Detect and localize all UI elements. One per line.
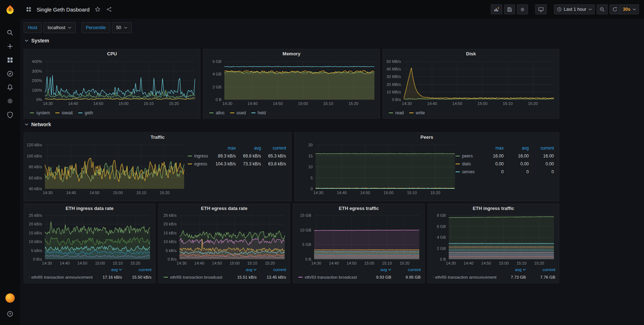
traffic-chart-canvas[interactable]: 120 kB/s100 kB/s80 kB/s60 kB/s40 kB/s14:… (25, 143, 187, 196)
legend-sort-avg[interactable]: avg (93, 267, 122, 272)
panel-title[interactable]: ETH egress data rate (159, 204, 290, 213)
refresh-interval-dropdown[interactable]: 30s (620, 4, 639, 14)
legend-value: 89.3 kB/s (211, 154, 236, 159)
svg-text:15 GB: 15 GB (300, 213, 311, 218)
panel-title[interactable]: ETH ingress traffic (428, 204, 559, 213)
legend-sort-current[interactable]: current (526, 267, 555, 272)
svg-text:10 GB: 10 GB (300, 228, 311, 232)
zoom-out-button[interactable] (597, 4, 608, 14)
legend-item[interactable]: eth/63 transaction broadcast (298, 275, 362, 279)
svg-text:14:40: 14:40 (329, 261, 339, 265)
svg-text:15:00: 15:00 (95, 261, 105, 265)
eth-egress-rate-chart-canvas[interactable]: 25 kB/s20 kB/s15 kB/s10 kB/s5 kB/s0 B/s1… (159, 213, 288, 266)
legend-sort-avg[interactable]: avg (227, 267, 257, 272)
add-panel-button[interactable] (491, 4, 502, 14)
configuration-gear-icon[interactable] (3, 95, 17, 107)
legend-sort-max[interactable]: max (211, 146, 236, 151)
legend-item[interactable]: alloc (209, 110, 225, 115)
panel-cpu: CPU 400%300%200%100%0%14:3014:4014:5015:… (24, 49, 200, 119)
svg-text:40 MB/s: 40 MB/s (387, 67, 401, 71)
panel-title[interactable]: Memory (204, 49, 379, 59)
legend-value: 104.3 kB/s (211, 161, 236, 166)
panel-title[interactable]: Disk (383, 49, 559, 59)
legend-item[interactable]: peers (456, 154, 479, 159)
svg-text:6 GB: 6 GB (437, 224, 446, 229)
legend-value: 69.8 kB/s (236, 154, 261, 159)
svg-text:25 kB/s: 25 kB/s (29, 213, 42, 218)
legend-sort-avg[interactable]: avg (504, 146, 529, 151)
save-dashboard-button[interactable] (504, 4, 515, 14)
legend-value: 0.00 (529, 161, 554, 166)
legend-item[interactable]: system (30, 110, 50, 115)
legend-item[interactable]: read (389, 110, 404, 115)
variable-host-label[interactable]: Host (24, 22, 42, 33)
svg-text:0 B/s: 0 B/s (33, 257, 42, 261)
legend-item[interactable]: egress (188, 161, 211, 166)
panel-title[interactable]: Traffic (24, 133, 291, 142)
legend-item[interactable]: iowait (55, 110, 73, 115)
legend-sort-avg[interactable]: avg (496, 267, 526, 272)
legend-item[interactable]: used (230, 110, 246, 115)
explore-icon[interactable] (3, 68, 17, 80)
alerting-icon[interactable] (3, 81, 17, 93)
svg-text:14:50: 14:50 (273, 101, 283, 106)
variable-percentile-dropdown[interactable]: 50 (112, 22, 132, 33)
disk-chart-canvas[interactable]: 50 MB/s40 MB/s30 MB/s20 MB/s10 MB/s0 B/s… (384, 59, 557, 107)
svg-text:10: 10 (308, 165, 313, 169)
create-icon[interactable] (3, 40, 17, 52)
star-icon[interactable] (94, 6, 101, 13)
legend-item[interactable]: write (409, 110, 425, 115)
legend-item[interactable]: eth/65 transaction announcement (433, 275, 496, 279)
cycle-view-mode-button[interactable] (535, 4, 547, 14)
legend-sort-avg[interactable]: avg (362, 267, 391, 272)
panel-title[interactable]: ETH egress traffic (293, 204, 424, 213)
time-range-picker[interactable]: Last 1 hour (554, 4, 595, 14)
panel-title[interactable]: CPU (24, 49, 200, 59)
legend-sort-current[interactable]: current (391, 267, 421, 272)
svg-text:300%: 300% (32, 69, 42, 73)
eth-ingress-rate-chart-canvas[interactable]: 25 kB/s20 kB/s15 kB/s10 kB/s5 kB/s0 B/s1… (25, 213, 153, 266)
search-icon[interactable] (3, 27, 17, 39)
svg-text:15:20: 15:20 (400, 261, 410, 265)
svg-text:2 GB: 2 GB (437, 246, 446, 251)
help-icon[interactable]: ? (3, 308, 17, 320)
dashboard-settings-button[interactable] (517, 4, 528, 14)
eth-egress-traffic-chart-canvas[interactable]: 15 GB10 GB5 GB0 B14:3014:4014:5015:0015:… (294, 213, 422, 266)
cpu-chart-canvas[interactable]: 400%300%200%100%0%14:3014:4014:5015:0015… (25, 59, 198, 107)
legend-item[interactable]: serves (456, 169, 479, 174)
legend-sort-current[interactable]: current (529, 146, 554, 151)
legend-item[interactable]: geth (78, 110, 93, 115)
grafana-logo[interactable] (4, 4, 16, 16)
legend-row: peers16.0016.0016.00 (456, 152, 554, 160)
row-header-system[interactable]: System (24, 38, 49, 44)
dashboard-title[interactable]: Single Geth Dasboard (37, 6, 90, 13)
legend-item[interactable]: eth/65 transaction announcement (29, 275, 93, 279)
legend-value: 0 (479, 169, 504, 174)
legend-item[interactable]: held (251, 110, 266, 115)
series-color-dash (456, 171, 460, 172)
legend-sort-current[interactable]: current (122, 267, 151, 272)
legend-sort-max[interactable]: max (479, 146, 504, 151)
user-avatar[interactable] (3, 292, 17, 304)
row-header-network[interactable]: Network (24, 122, 51, 127)
dashboards-icon[interactable] (3, 54, 17, 66)
panel-title[interactable]: ETH ingress data rate (24, 204, 155, 213)
refresh-button[interactable] (610, 4, 620, 14)
eth-ingress-traffic-chart-canvas[interactable]: 8 GB6 GB4 GB2 GB0 B14:3014:4014:5015:001… (429, 213, 557, 266)
variable-percentile-label[interactable]: Percentile (81, 22, 110, 33)
server-admin-shield-icon[interactable] (3, 109, 17, 121)
legend-sort-current[interactable]: current (257, 267, 286, 272)
share-icon[interactable] (106, 6, 113, 13)
legend-item[interactable]: ingress (188, 154, 211, 159)
legend-item[interactable]: dials (456, 161, 479, 166)
legend-header-row: avg current (29, 266, 151, 273)
legend-item[interactable]: eth/65 transaction broadcast (164, 275, 227, 279)
memory-chart-canvas[interactable]: 6 GB4 GB2 GB0 B14:3014:4014:5015:0015:10… (204, 59, 377, 107)
legend-sort-current[interactable]: current (261, 146, 286, 151)
peers-chart-canvas[interactable]: 2015105014:3014:4014:5015:0015:1015:20 (295, 143, 458, 196)
svg-text:4 GB: 4 GB (213, 72, 221, 76)
panel-title[interactable]: Peers (295, 133, 559, 142)
svg-text:14:50: 14:50 (347, 261, 357, 265)
legend-sort-avg[interactable]: avg (236, 146, 261, 151)
variable-host-dropdown[interactable]: localhost (43, 22, 76, 33)
